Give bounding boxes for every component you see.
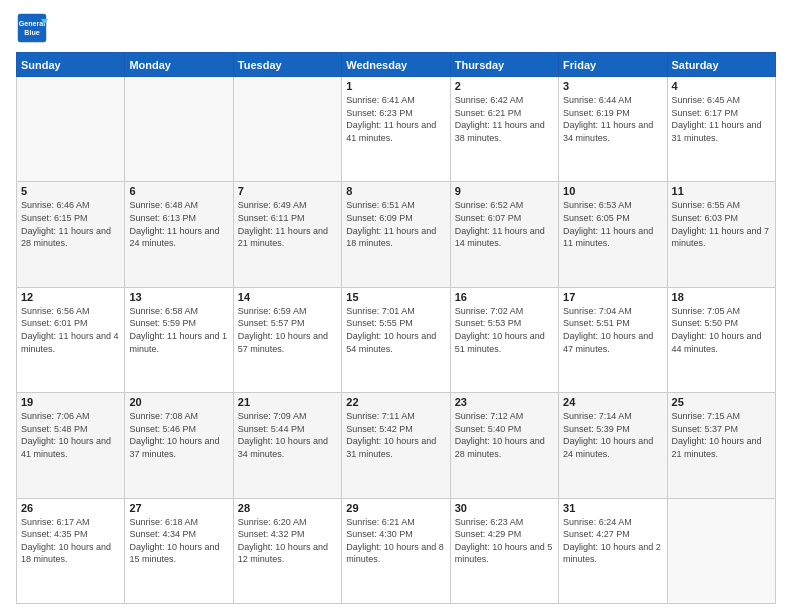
- week-row-5: 26Sunrise: 6:17 AM Sunset: 4:35 PM Dayli…: [17, 498, 776, 603]
- day-number: 9: [455, 185, 554, 197]
- calendar-cell: [125, 77, 233, 182]
- page: General Blue SundayMondayTuesdayWednesda…: [0, 0, 792, 612]
- day-info: Sunrise: 6:17 AM Sunset: 4:35 PM Dayligh…: [21, 516, 120, 566]
- week-row-2: 5Sunrise: 6:46 AM Sunset: 6:15 PM Daylig…: [17, 182, 776, 287]
- calendar-cell: 24Sunrise: 7:14 AM Sunset: 5:39 PM Dayli…: [559, 393, 667, 498]
- weekday-header-saturday: Saturday: [667, 53, 775, 77]
- day-number: 15: [346, 291, 445, 303]
- calendar-cell: 11Sunrise: 6:55 AM Sunset: 6:03 PM Dayli…: [667, 182, 775, 287]
- day-number: 6: [129, 185, 228, 197]
- day-number: 31: [563, 502, 662, 514]
- day-number: 29: [346, 502, 445, 514]
- calendar-cell: 9Sunrise: 6:52 AM Sunset: 6:07 PM Daylig…: [450, 182, 558, 287]
- day-info: Sunrise: 7:15 AM Sunset: 5:37 PM Dayligh…: [672, 410, 771, 460]
- svg-text:General: General: [19, 20, 46, 28]
- calendar-cell: 21Sunrise: 7:09 AM Sunset: 5:44 PM Dayli…: [233, 393, 341, 498]
- day-info: Sunrise: 6:21 AM Sunset: 4:30 PM Dayligh…: [346, 516, 445, 566]
- weekday-header-monday: Monday: [125, 53, 233, 77]
- day-number: 10: [563, 185, 662, 197]
- day-info: Sunrise: 7:11 AM Sunset: 5:42 PM Dayligh…: [346, 410, 445, 460]
- calendar-cell: 27Sunrise: 6:18 AM Sunset: 4:34 PM Dayli…: [125, 498, 233, 603]
- day-number: 3: [563, 80, 662, 92]
- calendar-cell: [17, 77, 125, 182]
- day-number: 24: [563, 396, 662, 408]
- calendar-cell: 18Sunrise: 7:05 AM Sunset: 5:50 PM Dayli…: [667, 287, 775, 392]
- day-number: 20: [129, 396, 228, 408]
- day-number: 19: [21, 396, 120, 408]
- calendar-cell: 23Sunrise: 7:12 AM Sunset: 5:40 PM Dayli…: [450, 393, 558, 498]
- header: General Blue: [16, 12, 776, 44]
- day-number: 14: [238, 291, 337, 303]
- day-info: Sunrise: 6:42 AM Sunset: 6:21 PM Dayligh…: [455, 94, 554, 144]
- calendar-cell: [233, 77, 341, 182]
- day-number: 27: [129, 502, 228, 514]
- calendar-cell: 16Sunrise: 7:02 AM Sunset: 5:53 PM Dayli…: [450, 287, 558, 392]
- day-info: Sunrise: 6:55 AM Sunset: 6:03 PM Dayligh…: [672, 199, 771, 249]
- day-info: Sunrise: 6:24 AM Sunset: 4:27 PM Dayligh…: [563, 516, 662, 566]
- weekday-header-thursday: Thursday: [450, 53, 558, 77]
- week-row-3: 12Sunrise: 6:56 AM Sunset: 6:01 PM Dayli…: [17, 287, 776, 392]
- logo: General Blue: [16, 12, 50, 44]
- day-number: 23: [455, 396, 554, 408]
- calendar-cell: 20Sunrise: 7:08 AM Sunset: 5:46 PM Dayli…: [125, 393, 233, 498]
- day-info: Sunrise: 6:48 AM Sunset: 6:13 PM Dayligh…: [129, 199, 228, 249]
- day-info: Sunrise: 6:18 AM Sunset: 4:34 PM Dayligh…: [129, 516, 228, 566]
- day-info: Sunrise: 7:09 AM Sunset: 5:44 PM Dayligh…: [238, 410, 337, 460]
- day-info: Sunrise: 6:52 AM Sunset: 6:07 PM Dayligh…: [455, 199, 554, 249]
- day-info: Sunrise: 6:59 AM Sunset: 5:57 PM Dayligh…: [238, 305, 337, 355]
- weekday-header-wednesday: Wednesday: [342, 53, 450, 77]
- day-info: Sunrise: 6:58 AM Sunset: 5:59 PM Dayligh…: [129, 305, 228, 355]
- day-info: Sunrise: 6:23 AM Sunset: 4:29 PM Dayligh…: [455, 516, 554, 566]
- weekday-header-sunday: Sunday: [17, 53, 125, 77]
- day-info: Sunrise: 6:49 AM Sunset: 6:11 PM Dayligh…: [238, 199, 337, 249]
- day-info: Sunrise: 6:44 AM Sunset: 6:19 PM Dayligh…: [563, 94, 662, 144]
- day-info: Sunrise: 6:56 AM Sunset: 6:01 PM Dayligh…: [21, 305, 120, 355]
- calendar-table: SundayMondayTuesdayWednesdayThursdayFrid…: [16, 52, 776, 604]
- calendar-cell: 4Sunrise: 6:45 AM Sunset: 6:17 PM Daylig…: [667, 77, 775, 182]
- day-number: 22: [346, 396, 445, 408]
- calendar-cell: 7Sunrise: 6:49 AM Sunset: 6:11 PM Daylig…: [233, 182, 341, 287]
- day-info: Sunrise: 6:46 AM Sunset: 6:15 PM Dayligh…: [21, 199, 120, 249]
- day-number: 18: [672, 291, 771, 303]
- calendar-cell: 29Sunrise: 6:21 AM Sunset: 4:30 PM Dayli…: [342, 498, 450, 603]
- week-row-4: 19Sunrise: 7:06 AM Sunset: 5:48 PM Dayli…: [17, 393, 776, 498]
- day-number: 26: [21, 502, 120, 514]
- day-number: 17: [563, 291, 662, 303]
- calendar-cell: [667, 498, 775, 603]
- calendar-cell: 31Sunrise: 6:24 AM Sunset: 4:27 PM Dayli…: [559, 498, 667, 603]
- day-number: 21: [238, 396, 337, 408]
- day-number: 30: [455, 502, 554, 514]
- day-number: 13: [129, 291, 228, 303]
- calendar-cell: 10Sunrise: 6:53 AM Sunset: 6:05 PM Dayli…: [559, 182, 667, 287]
- week-row-1: 1Sunrise: 6:41 AM Sunset: 6:23 PM Daylig…: [17, 77, 776, 182]
- day-number: 4: [672, 80, 771, 92]
- day-info: Sunrise: 6:45 AM Sunset: 6:17 PM Dayligh…: [672, 94, 771, 144]
- calendar-cell: 25Sunrise: 7:15 AM Sunset: 5:37 PM Dayli…: [667, 393, 775, 498]
- day-info: Sunrise: 7:05 AM Sunset: 5:50 PM Dayligh…: [672, 305, 771, 355]
- calendar-cell: 8Sunrise: 6:51 AM Sunset: 6:09 PM Daylig…: [342, 182, 450, 287]
- day-number: 1: [346, 80, 445, 92]
- calendar-cell: 17Sunrise: 7:04 AM Sunset: 5:51 PM Dayli…: [559, 287, 667, 392]
- day-number: 7: [238, 185, 337, 197]
- calendar-cell: 19Sunrise: 7:06 AM Sunset: 5:48 PM Dayli…: [17, 393, 125, 498]
- day-number: 12: [21, 291, 120, 303]
- day-info: Sunrise: 6:20 AM Sunset: 4:32 PM Dayligh…: [238, 516, 337, 566]
- day-number: 8: [346, 185, 445, 197]
- calendar-cell: 2Sunrise: 6:42 AM Sunset: 6:21 PM Daylig…: [450, 77, 558, 182]
- day-number: 25: [672, 396, 771, 408]
- calendar-cell: 12Sunrise: 6:56 AM Sunset: 6:01 PM Dayli…: [17, 287, 125, 392]
- day-info: Sunrise: 7:04 AM Sunset: 5:51 PM Dayligh…: [563, 305, 662, 355]
- calendar-cell: 22Sunrise: 7:11 AM Sunset: 5:42 PM Dayli…: [342, 393, 450, 498]
- day-number: 5: [21, 185, 120, 197]
- calendar-cell: 14Sunrise: 6:59 AM Sunset: 5:57 PM Dayli…: [233, 287, 341, 392]
- calendar-cell: 13Sunrise: 6:58 AM Sunset: 5:59 PM Dayli…: [125, 287, 233, 392]
- weekday-header-row: SundayMondayTuesdayWednesdayThursdayFrid…: [17, 53, 776, 77]
- day-info: Sunrise: 7:14 AM Sunset: 5:39 PM Dayligh…: [563, 410, 662, 460]
- calendar-cell: 3Sunrise: 6:44 AM Sunset: 6:19 PM Daylig…: [559, 77, 667, 182]
- calendar-cell: 6Sunrise: 6:48 AM Sunset: 6:13 PM Daylig…: [125, 182, 233, 287]
- day-info: Sunrise: 7:06 AM Sunset: 5:48 PM Dayligh…: [21, 410, 120, 460]
- calendar-cell: 1Sunrise: 6:41 AM Sunset: 6:23 PM Daylig…: [342, 77, 450, 182]
- day-info: Sunrise: 7:12 AM Sunset: 5:40 PM Dayligh…: [455, 410, 554, 460]
- weekday-header-friday: Friday: [559, 53, 667, 77]
- day-number: 16: [455, 291, 554, 303]
